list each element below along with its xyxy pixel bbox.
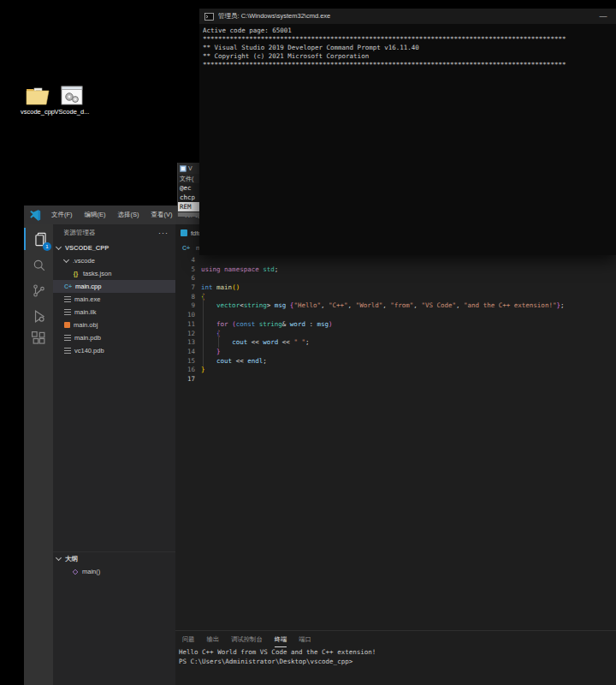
tree-item-label: vc140.pdb — [74, 347, 104, 354]
tree-root-vscode-cpp[interactable]: VSCODE_CPP — [53, 241, 175, 254]
outline-section: 大纲 main() — [53, 551, 175, 578]
notepad-selected-line: REM — [178, 202, 200, 211]
minimize-button[interactable]: — — [595, 12, 611, 21]
code-line-7: 7int main() — [175, 283, 616, 293]
cmd-output-line: ****************************************… — [203, 35, 613, 44]
bottom-panel: 问题输出调试控制台终端端口 Hello C++ World from VS Co… — [175, 630, 616, 685]
tree-item-label: tasks.json — [83, 270, 111, 277]
desktop-icon-label: vscode_cpp — [19, 108, 56, 116]
explorer-badge: 1 — [43, 242, 51, 251]
cpp-file-icon: C+ — [64, 283, 72, 290]
notepad-title-bar[interactable]: V — [178, 163, 200, 174]
tree-item-label: main.cpp — [75, 283, 101, 290]
code-text: for (const string& word : msg) — [201, 320, 333, 330]
binary-file-icon — [64, 335, 71, 341]
more-actions-icon[interactable]: ··· — [158, 229, 169, 237]
tree-item-label: main.pdb — [74, 334, 101, 342]
file-icon — [181, 229, 187, 236]
line-number: 11 — [175, 320, 195, 330]
panel-tab-bar: 问题输出调试控制台终端端口 — [175, 631, 616, 647]
code-text: vector<string> msg {"Hello", "C++", "Wor… — [201, 301, 564, 311]
line-number: 6 — [175, 274, 195, 283]
menu-文件[interactable]: 文件(F) — [45, 206, 79, 224]
menu-选择[interactable]: 选择(S) — [112, 206, 145, 224]
cmd-console[interactable]: Active code page: 65001*****************… — [199, 24, 616, 72]
tree-item-main.obj[interactable]: main.obj — [53, 319, 175, 331]
vscode-window: 文件(F)编辑(E)选择(S)查看(V)转到(G)运行(R) 1 — [24, 206, 616, 685]
binary-file-icon — [64, 296, 71, 302]
chevron-down-icon — [56, 555, 62, 561]
menu-编辑[interactable]: 编辑(E) — [79, 206, 112, 224]
code-line-17: 17 — [175, 375, 616, 384]
line-number: 9 — [175, 301, 195, 311]
explorer-activity-button[interactable]: 1 — [24, 228, 55, 250]
tree-item-main.ilk[interactable]: main.ilk — [53, 306, 175, 319]
panel-tab-端口[interactable]: 端口 — [299, 632, 311, 646]
cmd-title-bar[interactable]: 管理员: C:\Windows\system32\cmd.exe — — [199, 9, 616, 24]
binary-file-icon — [64, 309, 71, 315]
code-line-16: 16} — [175, 366, 616, 375]
line-number: 4 — [175, 256, 195, 265]
line-number: 12 — [175, 330, 195, 339]
panel-tab-终端[interactable]: 终端 — [275, 632, 287, 647]
panel-tab-调试控制台[interactable]: 调试控制台 — [231, 632, 262, 646]
code-line-15: 15 cout << endl; — [175, 357, 616, 366]
panel-tab-问题[interactable]: 问题 — [182, 632, 195, 646]
desktop-icon-vscode-cpp[interactable]: vscode_cpp — [19, 83, 56, 116]
code-text: } — [201, 348, 221, 357]
tree-item-main.cpp[interactable]: C+main.cpp — [53, 280, 175, 293]
file-tree: .vscode{}tasks.jsonC+main.cppmain.exemai… — [53, 254, 175, 357]
binary-file-icon — [64, 348, 71, 354]
code-line-12: 12 { — [175, 330, 616, 339]
tree-item-main.pdb[interactable]: main.pdb — [53, 331, 175, 344]
panel-tab-输出[interactable]: 输出 — [207, 632, 220, 646]
search-activity-button[interactable] — [24, 253, 53, 276]
tree-item-main.exe[interactable]: main.exe — [53, 293, 175, 306]
terminal-output[interactable]: Hello C++ World from VS Code and the C++… — [175, 647, 616, 666]
cmd-window: 管理员: C:\Windows\system32\cmd.exe — Activ… — [199, 9, 616, 255]
code-line-11: 11 for (const string& word : msg) — [175, 320, 616, 330]
tree-item-.vscode[interactable]: .vscode — [53, 254, 175, 267]
notepad-title: V — [188, 165, 192, 171]
code-line-9: 9 vector<string> msg {"Hello", "C++", "W… — [175, 301, 616, 311]
code-editor[interactable]: 45using namespace std;67int main()8{9 ve… — [175, 253, 616, 633]
outline-header[interactable]: 大纲 — [53, 552, 175, 565]
notepad-line: chcp — [178, 193, 200, 202]
notepad-content[interactable]: @ecchcp — [178, 183, 200, 202]
indent-guide — [203, 293, 204, 366]
obj-file-icon — [64, 322, 70, 328]
run-debug-activity-button[interactable] — [24, 305, 53, 327]
extensions-icon — [31, 331, 47, 347]
line-number: 17 — [175, 375, 195, 384]
notepad-menu[interactable]: 文件( — [178, 174, 200, 183]
line-number: 13 — [175, 338, 195, 348]
notepad-window[interactable]: V 文件( @ecchcp REM — [177, 163, 200, 217]
code-text: cout << endl; — [201, 357, 267, 366]
chevron-down-icon — [63, 257, 69, 263]
menu-查看[interactable]: 查看(V) — [145, 206, 179, 224]
code-text: using namespace std; — [201, 265, 278, 275]
explorer-sidebar: 资源管理器 ··· VSCODE_CPP .vscode{}tasks.json… — [53, 224, 175, 685]
code-text: } — [201, 366, 205, 375]
activity-bar: 1 — [24, 224, 53, 685]
tree-item-tasks.json[interactable]: {}tasks.json — [53, 267, 175, 280]
sidebar-title: 资源管理器 — [63, 229, 96, 237]
desktop-icon-vscode-batch[interactable]: VScode_d... — [53, 83, 91, 116]
source-control-activity-button[interactable] — [24, 279, 53, 301]
code-line-8: 8{ — [175, 293, 616, 302]
json-file-icon: {} — [72, 270, 80, 277]
chevron-down-icon — [56, 244, 62, 250]
tree-item-vc140.pdb[interactable]: vc140.pdb — [53, 344, 175, 357]
batch-file-icon — [53, 83, 91, 106]
folder-icon — [19, 83, 56, 106]
extensions-activity-button[interactable] — [24, 327, 53, 349]
run-debug-icon — [31, 308, 47, 325]
code-text: int main() — [201, 283, 240, 293]
line-number: 7 — [175, 283, 195, 293]
code-line-10: 10 — [175, 311, 616, 320]
notepad-icon — [180, 165, 187, 172]
outline-item-main[interactable]: main() — [53, 565, 175, 578]
notepad-line: @ec — [178, 183, 200, 193]
cmd-window-title: 管理员: C:\Windows\system32\cmd.exe — [218, 12, 591, 21]
code-line-4: 4 — [175, 256, 616, 265]
